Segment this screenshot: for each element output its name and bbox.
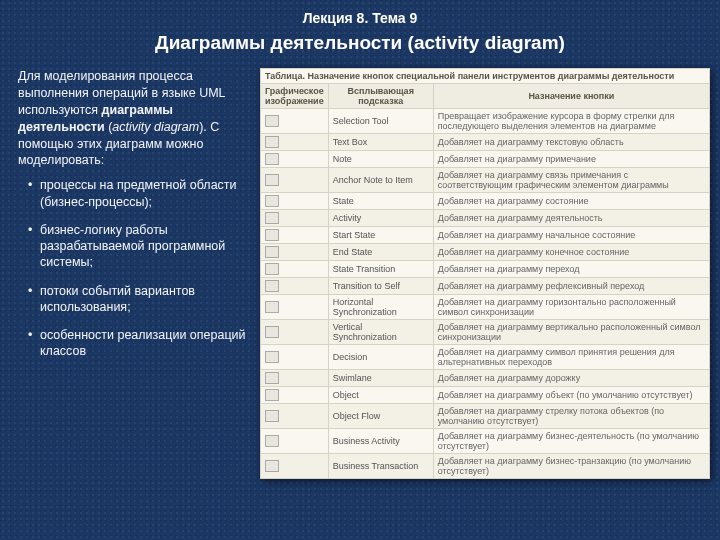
- tool-icon: [261, 151, 329, 168]
- tool-description: Добавляет на диаграмму связь примечания …: [433, 168, 709, 193]
- table-row: State TransitionДобавляет на диаграмму п…: [261, 261, 710, 278]
- tool-icon: [261, 210, 329, 227]
- tool-description: Добавляет на диаграмму дорожку: [433, 370, 709, 387]
- tool-icon: [261, 429, 329, 454]
- tool-icon: [261, 345, 329, 370]
- tool-icon: [261, 320, 329, 345]
- table-row: ObjectДобавляет на диаграмму объект (по …: [261, 387, 710, 404]
- slide-header: Лекция 8. Тема 9 Диаграммы деятельности …: [0, 0, 720, 54]
- tool-hint: Activity: [328, 210, 433, 227]
- tool-description: Превращает изображение курсора в форму с…: [433, 109, 709, 134]
- tool-icon: [261, 227, 329, 244]
- tool-description: Добавляет на диаграмму вертикально распо…: [433, 320, 709, 345]
- tool-description: Добавляет на диаграмму горизонтально рас…: [433, 295, 709, 320]
- tool-icon: [261, 370, 329, 387]
- table-row: ActivityДобавляет на диаграмму деятельно…: [261, 210, 710, 227]
- table-row: StateДобавляет на диаграмму состояние: [261, 193, 710, 210]
- table-row: Text BoxДобавляет на диаграмму текстовую…: [261, 134, 710, 151]
- list-item: потоки событий вариантов использования;: [28, 283, 248, 316]
- table-row: End StateДобавляет на диаграмму конечное…: [261, 244, 710, 261]
- col-header-desc: Назначение кнопки: [433, 84, 709, 109]
- tool-icon: [261, 278, 329, 295]
- slide-title: Диаграммы деятельности (activity diagram…: [0, 32, 720, 54]
- tool-icon: [261, 295, 329, 320]
- slide-content: Для моделирования процесса выполнения оп…: [0, 68, 720, 479]
- table-header-row: Графическое изображение Всплывающая подс…: [261, 84, 710, 109]
- tool-hint: State: [328, 193, 433, 210]
- tool-hint: Text Box: [328, 134, 433, 151]
- tool-hint: Object Flow: [328, 404, 433, 429]
- tool-icon: [261, 168, 329, 193]
- table-panel: Таблица. Назначение кнопок специальной п…: [260, 68, 710, 479]
- tool-description: Добавляет на диаграмму деятельность: [433, 210, 709, 227]
- table-row: NoteДобавляет на диаграмму примечание: [261, 151, 710, 168]
- tool-hint: Business Activity: [328, 429, 433, 454]
- intro-paragraph: Для моделирования процесса выполнения оп…: [18, 68, 248, 169]
- table-row: Object FlowДобавляет на диаграмму стрелк…: [261, 404, 710, 429]
- tool-hint: Start State: [328, 227, 433, 244]
- list-item: бизнес-логику работы разрабатываемой про…: [28, 222, 248, 271]
- tool-description: Добавляет на диаграмму стрелку потока об…: [433, 404, 709, 429]
- tool-hint: Decision: [328, 345, 433, 370]
- list-item: особенности реализации операций классов: [28, 327, 248, 360]
- tool-description: Добавляет на диаграмму текстовую область: [433, 134, 709, 151]
- bullet-list: процессы на предметной области (бизнес-п…: [28, 177, 248, 359]
- tool-icon: [261, 134, 329, 151]
- tool-description: Добавляет на диаграмму объект (по умолча…: [433, 387, 709, 404]
- intro-text: Для моделирования процесса выполнения оп…: [18, 68, 248, 479]
- table-row: Start StateДобавляет на диаграмму началь…: [261, 227, 710, 244]
- tool-description: Добавляет на диаграмму конечное состояни…: [433, 244, 709, 261]
- tool-description: Добавляет на диаграмму примечание: [433, 151, 709, 168]
- tool-hint: Swimlane: [328, 370, 433, 387]
- tool-hint: Anchor Note to Item: [328, 168, 433, 193]
- tool-description: Добавляет на диаграмму рефлексивный пере…: [433, 278, 709, 295]
- tool-icon: [261, 404, 329, 429]
- table-row: Vertical SynchronizationДобавляет на диа…: [261, 320, 710, 345]
- tool-description: Добавляет на диаграмму переход: [433, 261, 709, 278]
- col-header-hint: Всплывающая подсказка: [328, 84, 433, 109]
- tool-description: Добавляет на диаграмму начальное состоян…: [433, 227, 709, 244]
- tool-description: Добавляет на диаграмму символ принятия р…: [433, 345, 709, 370]
- table-row: Business ActivityДобавляет на диаграмму …: [261, 429, 710, 454]
- tool-hint: Note: [328, 151, 433, 168]
- tool-hint: Selection Tool: [328, 109, 433, 134]
- tools-table: Таблица. Назначение кнопок специальной п…: [260, 68, 710, 479]
- tool-hint: Object: [328, 387, 433, 404]
- table-row: Anchor Note to ItemДобавляет на диаграмм…: [261, 168, 710, 193]
- tool-description: Добавляет на диаграмму бизнес-деятельнос…: [433, 429, 709, 454]
- tool-hint: Vertical Synchronization: [328, 320, 433, 345]
- tool-icon: [261, 261, 329, 278]
- tool-hint: Transition to Self: [328, 278, 433, 295]
- tool-hint: End State: [328, 244, 433, 261]
- col-header-icon: Графическое изображение: [261, 84, 329, 109]
- lecture-label: Лекция 8. Тема 9: [0, 10, 720, 26]
- table-row: Business TransactionДобавляет на диаграм…: [261, 454, 710, 479]
- tool-description: Добавляет на диаграмму бизнес-транзакцию…: [433, 454, 709, 479]
- tool-icon: [261, 109, 329, 134]
- table-caption: Таблица. Назначение кнопок специальной п…: [261, 69, 710, 84]
- tool-icon: [261, 193, 329, 210]
- tool-hint: Business Transaction: [328, 454, 433, 479]
- table-row: DecisionДобавляет на диаграмму символ пр…: [261, 345, 710, 370]
- list-item: процессы на предметной области (бизнес-п…: [28, 177, 248, 210]
- tool-hint: State Transition: [328, 261, 433, 278]
- tool-description: Добавляет на диаграмму состояние: [433, 193, 709, 210]
- table-row: SwimlaneДобавляет на диаграмму дорожку: [261, 370, 710, 387]
- tool-hint: Horizontal Synchronization: [328, 295, 433, 320]
- tool-icon: [261, 244, 329, 261]
- table-row: Selection ToolПревращает изображение кур…: [261, 109, 710, 134]
- table-caption-row: Таблица. Назначение кнопок специальной п…: [261, 69, 710, 84]
- table-row: Transition to SelfДобавляет на диаграмму…: [261, 278, 710, 295]
- tool-icon: [261, 387, 329, 404]
- tool-icon: [261, 454, 329, 479]
- table-row: Horizontal SynchronizationДобавляет на д…: [261, 295, 710, 320]
